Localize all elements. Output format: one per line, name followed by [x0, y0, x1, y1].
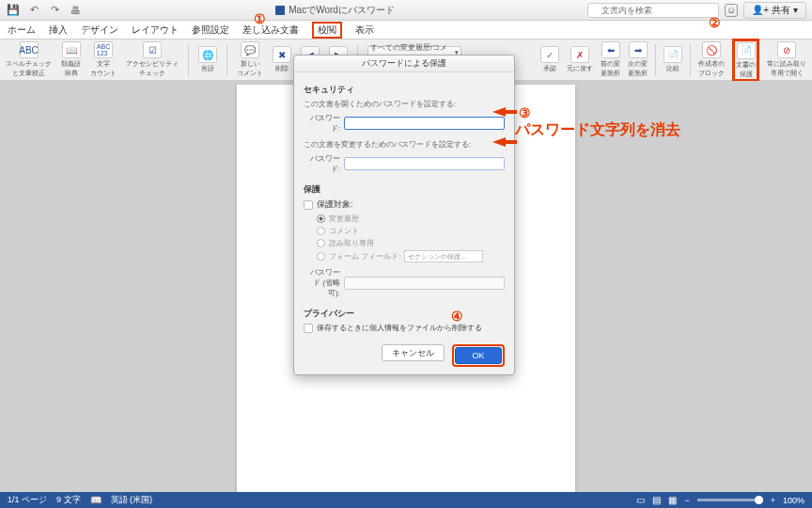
section-select[interactable]: セクションの保護...: [404, 250, 483, 262]
feedback-icon[interactable]: ☺: [725, 4, 738, 17]
radio-comment[interactable]: [317, 227, 325, 235]
pw-label2: パスワード:: [304, 153, 340, 174]
protect-checkbox[interactable]: [304, 200, 313, 210]
sec-protection: 保護: [304, 183, 505, 196]
share-button[interactable]: 👤+ 共有 ▾: [743, 2, 806, 19]
divider: [655, 44, 656, 76]
tab-layout[interactable]: レイアウト: [132, 24, 179, 37]
rb-compare[interactable]: 📄比較: [664, 46, 682, 73]
zoom-slider[interactable]: [697, 499, 763, 501]
cancel-button[interactable]: キャンセル: [382, 344, 445, 361]
status-words[interactable]: 9 文字: [56, 494, 81, 506]
rb-prev-change[interactable]: ⬅前の変 更箇所: [601, 41, 620, 78]
statusbar: 1/1 ページ 9 文字 📖 英語 (米国) ▭ ▤ ▦ − + 100%: [0, 492, 812, 508]
tab-insert[interactable]: 挿入: [49, 24, 68, 37]
ok-button[interactable]: OK: [455, 347, 502, 364]
redo-icon[interactable]: ↷: [47, 3, 62, 18]
rb-protect-doc[interactable]: 📄文書の 保護: [736, 42, 756, 79]
rb-revert[interactable]: ✗元に戻す: [567, 46, 593, 73]
zoom-level[interactable]: 100%: [783, 496, 804, 505]
sec-security: セキュリティ: [304, 84, 505, 96]
search-wrap: 🔍: [587, 3, 719, 18]
tab-design[interactable]: デザイン: [81, 24, 118, 37]
modify-desc: この文書を変更するためのパスワードを設定する:: [304, 139, 505, 150]
open-desc: この文書を開くためのパスワードを設定する:: [304, 99, 505, 109]
modify-password-input[interactable]: [344, 157, 505, 170]
rb-readonly[interactable]: ⊘常に読み取り 専用で開く: [767, 41, 806, 78]
rb-language[interactable]: 🌐言語: [198, 46, 217, 73]
status-page[interactable]: 1/1 ページ: [8, 494, 47, 506]
tab-mailings[interactable]: 差し込み文書: [242, 24, 299, 37]
dialog-title: パスワードによる保護: [294, 56, 514, 72]
privacy-label: 保存するときに個人情報をファイルから削除する: [317, 323, 482, 333]
focus-view-icon[interactable]: ▭: [636, 495, 645, 505]
divider: [188, 44, 189, 76]
rb-thesaurus[interactable]: 📖類義語 辞典: [61, 41, 81, 78]
tab-review[interactable]: 校閲: [312, 22, 342, 39]
search-input[interactable]: [587, 3, 719, 18]
sec-privacy: プライバシー: [304, 308, 505, 320]
rb-new-comment[interactable]: 💬新しい コメント: [237, 41, 263, 78]
rb-spellcheck[interactable]: ABCスペルチェック と文章校正: [6, 41, 52, 78]
tabs: ホーム 挿入 デザイン レイアウト 参照設定 差し込み文書 校閲 表示: [0, 21, 812, 40]
rb-delete[interactable]: ✖削除: [273, 46, 291, 73]
divider: [226, 44, 227, 76]
print-icon[interactable]: 🖶: [68, 3, 83, 18]
optional-password-input[interactable]: [344, 277, 505, 290]
radio-form[interactable]: [317, 252, 325, 261]
web-layout-icon[interactable]: ▦: [668, 495, 677, 505]
tab-references[interactable]: 参照設定: [192, 24, 229, 37]
rb-accessibility[interactable]: ☑アクセシビリティ チェック: [126, 41, 179, 78]
rb-accept[interactable]: ✓承諾: [540, 46, 559, 73]
rb-block[interactable]: 🚫作成者の ブロック: [698, 41, 725, 78]
open-password-input[interactable]: [344, 117, 505, 130]
zoom-minus[interactable]: −: [684, 496, 689, 505]
save-icon[interactable]: 💾: [6, 3, 21, 18]
undo-icon[interactable]: ↶: [26, 3, 41, 18]
print-layout-icon[interactable]: ▤: [652, 495, 661, 505]
pw-optional-label: パスワード (省略可):: [304, 267, 340, 298]
divider: [690, 44, 691, 76]
tab-view[interactable]: 表示: [355, 24, 374, 37]
rb-wordcount[interactable]: ABC123文字 カウント: [90, 41, 117, 78]
titlebar: 💾 ↶ ↷ 🖶 MacでWordにパスワード 🔍 ☺ 👤+ 共有 ▾: [0, 0, 812, 21]
zoom-plus[interactable]: +: [771, 496, 775, 505]
status-language[interactable]: 英語 (米国): [111, 494, 153, 506]
book-icon[interactable]: 📖: [90, 495, 102, 505]
password-dialog: パスワードによる保護 セキュリティ この文書を開くためのパスワードを設定する: …: [293, 55, 515, 375]
protect-target-label: 保護対象:: [317, 198, 353, 211]
word-icon: [275, 6, 285, 15]
pw-label: パスワード:: [304, 113, 340, 134]
tab-home[interactable]: ホーム: [8, 24, 36, 37]
radio-readonly[interactable]: [317, 239, 325, 247]
radio-history[interactable]: [317, 214, 325, 223]
document-title: MacでWordにパスワード: [289, 4, 395, 17]
privacy-checkbox[interactable]: [304, 324, 313, 333]
rb-next-change[interactable]: ➡次の変 更箇所: [628, 41, 648, 78]
